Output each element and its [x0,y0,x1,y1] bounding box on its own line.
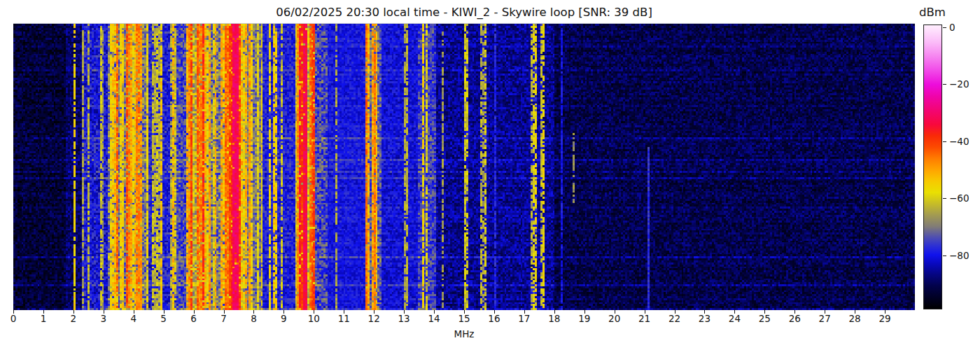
x-tick-label: 26 [780,314,808,324]
x-tick-label: 12 [360,314,388,324]
x-tick-label: 10 [300,314,328,324]
x-tick-label: 24 [720,314,748,324]
colorbar-tick [943,84,946,85]
x-tick-label: 22 [661,314,689,324]
x-tick-label: 4 [120,314,148,324]
x-tick-label: 6 [180,314,208,324]
waterfall-top-edge [13,23,915,24]
x-tick-label: 13 [390,314,418,324]
colorbar-tick [943,141,946,142]
spectrogram-figure: 06/02/2025 20:30 local time - KIWI_2 - S… [0,0,980,350]
colorbar-tick-label: −20 [949,78,980,90]
x-tick-label: 0 [0,314,27,324]
colorbar-gradient [923,24,942,309]
colorbar-tick [943,198,946,199]
colorbar-tick-label: −60 [949,192,980,204]
x-tick-label: 27 [811,314,839,324]
x-tick-label: 9 [270,314,298,324]
x-tick-label: 20 [601,314,629,324]
x-tick-label: 2 [59,314,88,324]
x-tick-label: 17 [510,314,538,324]
x-tick-label: 19 [570,314,598,324]
x-tick-label: 23 [690,314,718,324]
x-tick-label: 7 [210,314,238,324]
x-tick-label: 11 [330,314,358,324]
x-tick-label: 1 [29,314,57,324]
x-tick-label: 3 [90,314,118,324]
x-tick-label: 5 [150,314,178,324]
x-tick-label: 21 [631,314,659,324]
colorbar-tick-label: −40 [949,136,980,147]
colorbar-tick [943,255,946,256]
x-tick-label: 16 [480,314,508,324]
x-tick-label: 15 [450,314,478,324]
colorbar-tick [943,27,946,28]
colorbar-tick-label: 0 [949,22,980,33]
x-tick-label: 18 [540,314,568,324]
waterfall-heatmap [13,24,915,310]
figure-title: 06/02/2025 20:30 local time - KIWI_2 - S… [13,6,915,19]
x-tick-label: 29 [871,314,899,324]
x-tick-label: 28 [841,314,869,324]
x-tick-label: 8 [239,314,267,324]
x-axis-label: MHz [13,329,915,340]
colorbar-tick-label: −80 [949,250,980,261]
x-tick-label: 14 [420,314,448,324]
x-tick-label: 25 [750,314,778,324]
colorbar-unit-label: dBm [904,6,960,19]
